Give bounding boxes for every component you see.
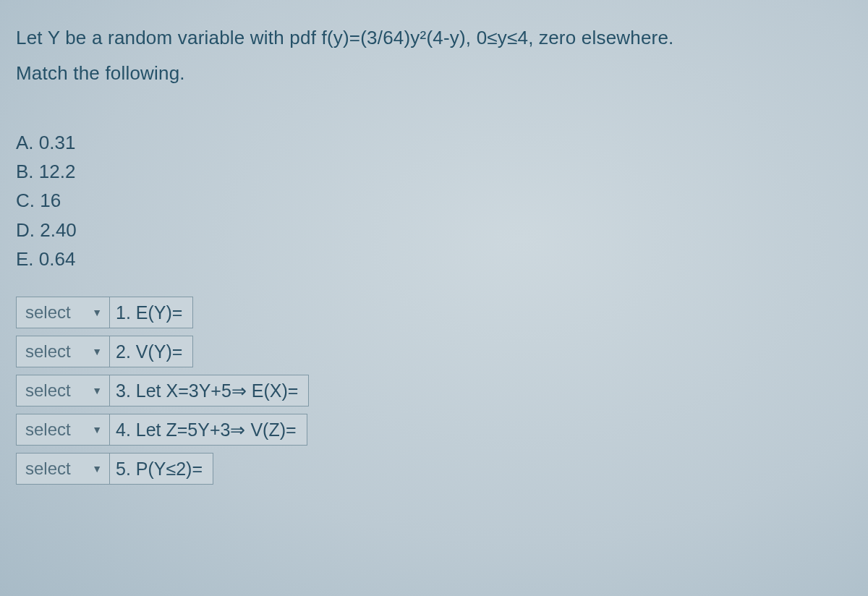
select-value: select (25, 341, 71, 362)
select-dropdown-4[interactable]: select ▼ (16, 414, 110, 446)
match-label-5: 5. P(Y≤2)= (110, 453, 213, 485)
chevron-down-icon: ▼ (92, 463, 102, 474)
match-row-2: select ▼ 2. V(Y)= (16, 336, 852, 367)
match-row-5: select ▼ 5. P(Y≤2)= (16, 453, 852, 485)
select-dropdown-3[interactable]: select ▼ (16, 375, 110, 406)
chevron-down-icon: ▼ (92, 385, 102, 396)
chevron-down-icon: ▼ (92, 346, 102, 357)
match-label-4: 4. Let Z=5Y+3⇒ V(Z)= (110, 414, 307, 446)
prompt-line-2: Match the following. (16, 56, 852, 91)
select-dropdown-2[interactable]: select ▼ (16, 336, 110, 367)
matching-section: select ▼ 1. E(Y)= select ▼ 2. V(Y)= sele… (16, 297, 852, 485)
select-dropdown-1[interactable]: select ▼ (16, 297, 110, 328)
option-c: C. 16 (16, 186, 852, 215)
question-prompt: Let Y be a random variable with pdf f(y)… (16, 20, 852, 92)
select-dropdown-5[interactable]: select ▼ (16, 453, 110, 485)
option-e: E. 0.64 (16, 244, 852, 273)
match-row-1: select ▼ 1. E(Y)= (16, 297, 852, 328)
match-label-1: 1. E(Y)= (110, 297, 193, 328)
match-label-2: 2. V(Y)= (110, 336, 193, 367)
option-b: B. 12.2 (16, 157, 852, 186)
select-value: select (25, 380, 71, 401)
chevron-down-icon: ▼ (92, 307, 102, 318)
prompt-line-1: Let Y be a random variable with pdf f(y)… (16, 20, 852, 56)
option-a: A. 0.31 (16, 128, 852, 157)
match-row-4: select ▼ 4. Let Z=5Y+3⇒ V(Z)= (16, 414, 852, 446)
match-row-3: select ▼ 3. Let X=3Y+5⇒ E(X)= (16, 375, 852, 406)
option-d: D. 2.40 (16, 216, 852, 244)
select-value: select (25, 420, 71, 440)
answer-options: A. 0.31 B. 12.2 C. 16 D. 2.40 E. 0.64 (16, 128, 852, 273)
select-value: select (25, 302, 71, 323)
chevron-down-icon: ▼ (92, 424, 102, 435)
match-label-3: 3. Let X=3Y+5⇒ E(X)= (110, 375, 309, 406)
select-value: select (25, 459, 71, 479)
